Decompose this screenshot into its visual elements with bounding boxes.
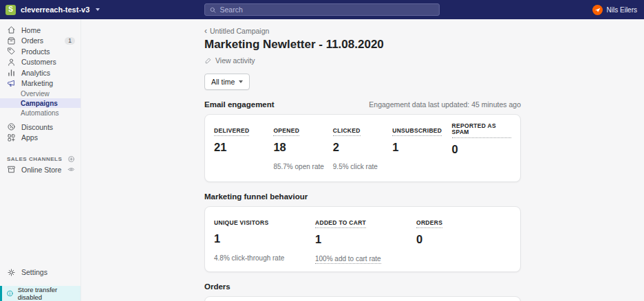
store-name: cleverreach-test-v3: [21, 5, 89, 14]
settings-label: Settings: [21, 268, 47, 276]
metric-label[interactable]: UNSUBSCRIBED: [392, 128, 442, 136]
metric-sub: [416, 255, 511, 263]
view-activity-label: View activity: [215, 56, 255, 65]
metric-sub: [214, 163, 273, 171]
metric-sub: [392, 163, 451, 171]
metric-value: 1: [392, 141, 451, 154]
metric-value: 21: [214, 141, 273, 154]
sidebar-item-online-store[interactable]: Online Store: [0, 164, 80, 175]
view-activity-link[interactable]: View activity: [204, 56, 255, 65]
metric-unique-visitors: UNIQUE VISITORS 1 4.8% click-through rat…: [214, 215, 315, 263]
search-input[interactable]: [219, 5, 435, 14]
sidebar-item-products[interactable]: Products: [0, 46, 80, 57]
pencil-icon: [204, 57, 212, 65]
metric-value: 2: [333, 141, 392, 154]
sidebar-item-label: Marketing: [21, 80, 53, 87]
orders-icon: [7, 36, 16, 45]
funnel-card: UNIQUE VISITORS 1 4.8% click-through rat…: [204, 206, 521, 272]
section-heading: Marketing funnel behaviour: [204, 192, 308, 201]
metric-value: 1: [315, 233, 416, 246]
sidebar-item-orders[interactable]: Orders 1: [0, 36, 80, 47]
breadcrumb[interactable]: ‹ Untitled Campaign: [204, 27, 269, 35]
breadcrumb-label: Untitled Campaign: [210, 27, 269, 35]
metric-label[interactable]: ADDED TO CART: [315, 220, 366, 228]
chevron-left-icon: ‹: [204, 27, 207, 35]
notice-label: Store transfer disabled: [18, 286, 76, 301]
sidebar-item-label: Online Store: [21, 166, 61, 174]
chevron-down-icon: [96, 8, 100, 11]
metric-value: 0: [452, 143, 511, 156]
analytics-icon: [7, 68, 16, 77]
metric-sub: 9.5% click rate: [333, 163, 392, 171]
products-icon: [7, 47, 16, 56]
plus-circle-icon[interactable]: [67, 155, 75, 163]
search-bar[interactable]: [204, 3, 440, 16]
sidebar-item-label: Analytics: [21, 69, 50, 77]
sidebar-item-settings[interactable]: Settings: [0, 267, 80, 278]
metric-opened: OPENED 18 85.7% open rate: [273, 123, 332, 173]
metric-clicked: CLICKED 2 9.5% click rate: [333, 123, 392, 173]
page-title: Marketing Newletter - 11.08.2020: [204, 38, 521, 52]
email-engagement-card: DELIVERED 21 OPENED 18 85.7% open rate C…: [204, 114, 521, 182]
store-transfer-notice[interactable]: Store transfer disabled: [0, 286, 80, 301]
metric-unsubscribed: UNSUBSCRIBED 1: [392, 123, 451, 173]
metric-label: UNIQUE VISITORS: [214, 220, 268, 227]
metric-sub: 4.8% click-through rate: [214, 254, 315, 263]
email-engagement-header: Email engagement Engagement data last up…: [204, 100, 521, 109]
metric-label[interactable]: OPENED: [273, 128, 299, 136]
sidebar-item-label: Products: [21, 48, 50, 56]
user-menu[interactable]: Nils Eilers: [592, 0, 637, 19]
sidebar-item-label: Apps: [21, 134, 38, 142]
sidebar-subitem-automations[interactable]: Automations: [0, 108, 80, 118]
sidebar-item-customers[interactable]: Customers: [0, 57, 80, 68]
sales-channels-label: SALES CHANNELS: [7, 156, 62, 162]
sidebar-subitem-overview[interactable]: Overview: [0, 89, 80, 98]
subitem-label: Overview: [21, 90, 50, 98]
last-updated-note: Engagement data last updated: 45 minutes…: [369, 100, 521, 109]
sidebar-item-analytics[interactable]: Analytics: [0, 67, 80, 78]
metric-value: 18: [273, 141, 332, 154]
metric-sub: 100% add to cart rate: [315, 255, 416, 263]
logo-letter: S: [8, 6, 13, 13]
discounts-icon: [7, 122, 16, 131]
section-heading: Email engagement: [204, 100, 275, 109]
date-filter-button[interactable]: All time: [204, 74, 250, 90]
date-filter-label: All time: [211, 78, 235, 86]
sidebar: Home Orders 1 Products Customers Analy: [0, 19, 81, 301]
sidebar-item-label: Customers: [21, 58, 56, 66]
avatar: [592, 5, 603, 15]
caret-down-icon: [239, 80, 243, 83]
metric-label[interactable]: CLICKED: [333, 128, 361, 136]
store-icon: [7, 165, 16, 174]
search-icon: [209, 6, 216, 14]
metric-sub-term[interactable]: 100% add to cart rate: [315, 255, 381, 264]
store-switcher[interactable]: S cleverreach-test-v3: [0, 5, 100, 15]
sidebar-item-apps[interactable]: Apps: [0, 133, 80, 144]
sales-channels-header: SALES CHANNELS: [0, 153, 80, 164]
sidebar-item-label: Discounts: [21, 124, 53, 131]
section-heading: Orders: [204, 282, 230, 291]
shopify-logo-icon: S: [6, 5, 16, 15]
apps-icon: [7, 133, 16, 142]
paper-plane-icon: [594, 6, 601, 14]
sidebar-item-marketing[interactable]: Marketing: [0, 78, 80, 89]
metric-reported-spam: REPORTED AS SPAM 0: [452, 123, 511, 173]
sidebar-subitem-campaigns[interactable]: Campaigns: [0, 98, 80, 108]
eye-icon[interactable]: [67, 166, 75, 173]
metric-added-to-cart: ADDED TO CART 1 100% add to cart rate: [315, 215, 416, 263]
customers-icon: [7, 58, 16, 67]
metric-delivered: DELIVERED 21: [214, 123, 273, 173]
metric-sub: 85.7% open rate: [273, 163, 332, 171]
sidebar-item-discounts[interactable]: Discounts: [0, 122, 80, 133]
sidebar-item-home[interactable]: Home: [0, 25, 80, 36]
marketing-icon: [7, 79, 16, 88]
metric-label[interactable]: ORDERS: [416, 220, 442, 228]
gear-icon: [7, 268, 16, 277]
orders-count-badge: 1: [65, 37, 75, 45]
metric-value: 1: [214, 232, 315, 245]
metric-label[interactable]: REPORTED AS SPAM: [452, 123, 511, 138]
sidebar-item-label: Orders: [21, 37, 43, 45]
metric-label[interactable]: DELIVERED: [214, 128, 249, 136]
orders-header: Orders: [204, 282, 521, 291]
main-content: ‹ Untitled Campaign Marketing Newletter …: [204, 19, 521, 301]
